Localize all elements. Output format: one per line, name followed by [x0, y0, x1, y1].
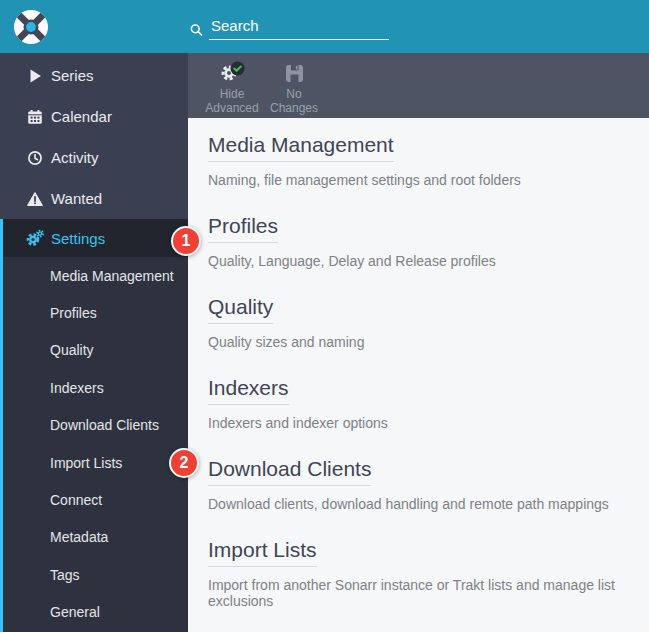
main-area: Hide Advanced No Changes: [188, 53, 649, 632]
section-description: Download clients, download handling and …: [208, 496, 629, 512]
settings-section-download-clients: Download Clients Download clients, downl…: [208, 457, 629, 512]
warning-triangle-icon: [25, 191, 45, 207]
section-title-link[interactable]: Media Management: [208, 133, 394, 162]
top-bar: [0, 0, 649, 53]
sidebar-subitem-profiles[interactable]: Profiles: [3, 294, 188, 331]
section-title-link[interactable]: Import Lists: [208, 538, 317, 567]
sonarr-settings-window: Series Calendar: [0, 0, 649, 632]
toolbar-label-line: Advanced: [205, 101, 258, 115]
section-title-link[interactable]: Profiles: [208, 214, 278, 243]
sidebar-subitem-tags[interactable]: Tags: [3, 556, 188, 593]
no-changes-button[interactable]: No Changes: [263, 59, 325, 118]
annotation-circle-1: 1: [171, 226, 201, 256]
sidebar-item-label: Series: [51, 67, 94, 84]
sidebar-item-series[interactable]: Series: [0, 55, 188, 96]
section-description: Naming, file management settings and roo…: [208, 172, 629, 188]
play-icon: [25, 68, 45, 84]
sidebar-item-wanted[interactable]: Wanted: [0, 178, 188, 219]
sidebar-subitem-indexers[interactable]: Indexers: [3, 369, 188, 406]
sonarr-logo[interactable]: [13, 9, 49, 45]
sidebar: Series Calendar: [0, 53, 188, 632]
sidebar-subitem-download-clients[interactable]: Download Clients: [3, 407, 188, 444]
settings-overview: Media Management Naming, file management…: [188, 118, 649, 632]
settings-section-media-management: Media Management Naming, file management…: [208, 133, 629, 188]
sidebar-subitem-media-management[interactable]: Media Management: [3, 257, 188, 294]
sidebar-item-label: Calendar: [51, 108, 112, 125]
gears-icon: [25, 229, 45, 247]
section-description: Quality, Language, Delay and Release pro…: [208, 253, 629, 269]
toolbar-label-line: No: [286, 87, 301, 101]
section-description: Import from another Sonarr instance or T…: [208, 577, 629, 609]
settings-group: Settings Media Management Profiles Quali…: [0, 219, 188, 632]
sidebar-item-label: Activity: [51, 149, 99, 166]
sidebar-item-activity[interactable]: Activity: [0, 137, 188, 178]
sidebar-subitem-general[interactable]: General: [3, 594, 188, 631]
sidebar-item-calendar[interactable]: Calendar: [0, 96, 188, 137]
section-title-link[interactable]: Quality: [208, 295, 273, 324]
section-title-link[interactable]: Indexers: [208, 376, 289, 405]
settings-section-profiles: Profiles Quality, Language, Delay and Re…: [208, 214, 629, 269]
sidebar-subitem-metadata[interactable]: Metadata: [3, 519, 188, 556]
sidebar-subitem-connect[interactable]: Connect: [3, 481, 188, 518]
clock-icon: [25, 150, 45, 166]
annotation-circle-2: 2: [169, 448, 199, 478]
settings-submenu: Media Management Profiles Quality Indexe…: [3, 257, 188, 632]
toolbar-label-line: Changes: [270, 101, 318, 115]
sidebar-subitem-import-lists[interactable]: Import Lists: [3, 444, 188, 481]
sidebar-item-label: Settings: [51, 230, 105, 247]
calendar-icon: [25, 109, 45, 125]
sidebar-item-label: Wanted: [51, 190, 102, 207]
toolbar: Hide Advanced No Changes: [188, 53, 649, 118]
section-description: Quality sizes and naming: [208, 334, 629, 350]
settings-section-import-lists: Import Lists Import from another Sonarr …: [208, 538, 629, 609]
section-description: Indexers and indexer options: [208, 415, 629, 431]
sidebar-item-settings[interactable]: Settings: [3, 219, 188, 257]
sidebar-subitem-quality[interactable]: Quality: [3, 332, 188, 369]
settings-section-quality: Quality Quality sizes and naming: [208, 295, 629, 350]
search-area: [188, 17, 389, 40]
settings-section-indexers: Indexers Indexers and indexer options: [208, 376, 629, 431]
save-icon: [285, 59, 304, 87]
search-input[interactable]: [209, 17, 389, 40]
search-icon: [188, 23, 205, 40]
toolbar-label-line: Hide: [220, 87, 245, 101]
gear-check-icon: [219, 59, 246, 87]
section-title-link[interactable]: Download Clients: [208, 457, 371, 486]
hide-advanced-button[interactable]: Hide Advanced: [201, 59, 263, 118]
